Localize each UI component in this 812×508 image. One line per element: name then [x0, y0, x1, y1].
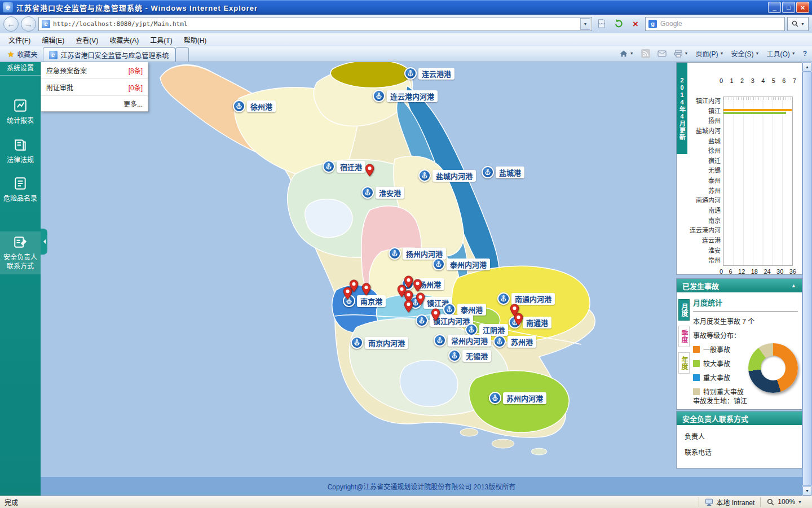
- port-label: 南京内河港: [365, 337, 408, 349]
- mail-button[interactable]: [655, 47, 669, 60]
- incident-pin-icon[interactable]: [361, 283, 371, 296]
- anchor-icon[interactable]: [434, 334, 446, 347]
- scrollbar-thumb[interactable]: [802, 72, 812, 486]
- accident-tab[interactable]: 年度: [678, 352, 690, 374]
- anchor-icon[interactable]: [416, 314, 428, 327]
- back-button[interactable]: ←: [3, 16, 19, 32]
- menu-item[interactable]: 工具(T): [144, 33, 178, 46]
- print-button[interactable]: ▼: [671, 47, 691, 60]
- vertical-scrollbar[interactable]: ▲ ▼: [802, 62, 812, 496]
- maximize-button[interactable]: □: [782, 2, 795, 13]
- legend-item: 较大事故: [693, 358, 752, 368]
- quick-panel-row[interactable]: 应急预案备案[8条]: [41, 62, 148, 79]
- safety-menu-button[interactable]: 安全(S) ▼: [728, 47, 762, 60]
- port-marker[interactable]: 连云港港: [404, 67, 454, 80]
- tools-menu-button[interactable]: 工具(O) ▼: [764, 47, 798, 60]
- more-link[interactable]: 更多...: [41, 96, 148, 111]
- incident-pin-icon[interactable]: [343, 287, 352, 300]
- new-tab-stub[interactable]: [175, 47, 189, 62]
- anchor-icon[interactable]: [233, 100, 245, 112]
- port-marker[interactable]: 南京内河港: [351, 336, 408, 349]
- menu-item[interactable]: 编辑(E): [36, 33, 70, 46]
- sidebar-item-system-settings[interactable]: 系统设置: [0, 62, 41, 76]
- axis-tick-label: 6: [729, 268, 732, 275]
- port-marker[interactable]: 无锡港: [448, 349, 491, 362]
- incident-pin-icon[interactable]: [404, 300, 413, 313]
- help-button[interactable]: ?: [800, 48, 810, 59]
- port-marker[interactable]: 苏州内河港: [489, 392, 546, 404]
- sidebar-item-label: 安全负责人联系方式: [2, 253, 39, 271]
- page-menu-button[interactable]: 页面(P) ▼: [693, 47, 727, 60]
- accident-tab[interactable]: 季度: [678, 326, 690, 347]
- menu-item[interactable]: 收藏夹(A): [104, 33, 144, 46]
- anchor-icon[interactable]: [389, 247, 401, 260]
- accident-tab[interactable]: 月度: [678, 299, 690, 321]
- sidebar-collapse-handle[interactable]: [41, 229, 47, 255]
- zoom-control[interactable]: 100% ▼: [760, 497, 807, 507]
- port-marker[interactable]: 淮安港: [361, 186, 404, 199]
- close-button[interactable]: ×: [796, 2, 809, 13]
- sidebar-item-reports[interactable]: 统计报表: [0, 95, 41, 129]
- port-marker[interactable]: 盐城内河港: [418, 169, 476, 182]
- port-marker[interactable]: 徐州港: [233, 100, 276, 112]
- compatibility-view-button[interactable]: [594, 16, 609, 31]
- anchor-icon[interactable]: [351, 336, 363, 349]
- port-marker[interactable]: 南通内河港: [497, 292, 555, 305]
- contact-panel-header[interactable]: 安全负责人联系方式: [677, 411, 802, 425]
- anchor-icon[interactable]: [418, 169, 431, 182]
- anchor-icon[interactable]: [489, 392, 501, 404]
- anchor-icon[interactable]: [493, 335, 506, 348]
- incident-pin-icon[interactable]: [416, 292, 425, 306]
- port-marker[interactable]: 常州内河港: [434, 334, 491, 347]
- feeds-button[interactable]: [638, 47, 653, 60]
- collapse-arrow-icon[interactable]: ▲: [791, 283, 796, 288]
- favorites-button[interactable]: ★ 收藏夹: [2, 46, 43, 62]
- anchor-icon[interactable]: [404, 67, 417, 80]
- incident-pin-icon[interactable]: [365, 164, 374, 177]
- anchor-icon[interactable]: [443, 303, 456, 316]
- port-marker[interactable]: 泰州内河港: [433, 258, 490, 270]
- refresh-button[interactable]: [611, 16, 626, 31]
- port-marker[interactable]: 泰州港: [443, 303, 486, 316]
- search-box[interactable]: g Google: [645, 17, 785, 31]
- contact-body: 负责人联系电话: [677, 425, 802, 457]
- tab-main[interactable]: e 江苏省港口安全监管与应急管理系统: [43, 47, 175, 62]
- axis-tick-label: 7: [793, 77, 796, 84]
- anchor-icon[interactable]: [433, 258, 445, 270]
- search-placeholder[interactable]: Google: [660, 20, 682, 28]
- scroll-down-button[interactable]: ▼: [802, 486, 812, 496]
- minimize-button[interactable]: _: [768, 2, 781, 13]
- search-button[interactable]: ▼: [787, 17, 809, 31]
- port-marker[interactable]: 镇江内河港: [416, 314, 473, 327]
- anchor-icon[interactable]: [361, 186, 374, 199]
- anchor-icon[interactable]: [373, 90, 385, 102]
- quick-panel-row[interactable]: 附证审批[0条]: [41, 79, 148, 96]
- url-text[interactable]: http://localhost:8080/yjpt/Main.html: [53, 20, 577, 28]
- address-bar[interactable]: e http://localhost:8080/yjpt/Main.html ▼: [38, 17, 592, 31]
- incident-pin-icon[interactable]: [413, 279, 422, 292]
- anchor-icon[interactable]: [323, 160, 335, 173]
- port-marker[interactable]: 连云港内河港: [373, 90, 438, 102]
- port-marker[interactable]: 盐城港: [482, 166, 524, 178]
- port-label: 泰州港: [457, 304, 486, 316]
- menu-item[interactable]: 文件(F): [3, 33, 36, 46]
- incident-pin-icon[interactable]: [431, 308, 440, 322]
- menu-item[interactable]: 查看(V): [70, 33, 104, 46]
- anchor-icon[interactable]: [448, 349, 461, 362]
- menu-item[interactable]: 帮助(H): [178, 33, 213, 46]
- sidebar-item-dangerous-goods[interactable]: 危险品名录: [0, 173, 41, 207]
- forward-button[interactable]: →: [21, 16, 36, 32]
- port-marker[interactable]: 宿迁港: [323, 160, 365, 173]
- accident-donut-chart: [748, 343, 798, 393]
- sidebar-item-safety-contacts[interactable]: 安全负责人联系方式: [0, 231, 41, 274]
- anchor-icon[interactable]: [497, 292, 510, 305]
- incident-pin-icon[interactable]: [514, 313, 523, 326]
- home-button[interactable]: ▼: [616, 47, 637, 60]
- anchor-icon[interactable]: [482, 166, 494, 178]
- port-marker[interactable]: 苏州港: [493, 335, 536, 348]
- address-dropdown-button[interactable]: ▼: [580, 18, 590, 30]
- stop-button[interactable]: ×: [628, 16, 643, 31]
- scroll-up-button[interactable]: ▲: [802, 62, 812, 72]
- accident-panel-header[interactable]: 已发生事故 ▲: [677, 279, 802, 292]
- sidebar-item-laws[interactable]: 法律法规: [0, 134, 41, 168]
